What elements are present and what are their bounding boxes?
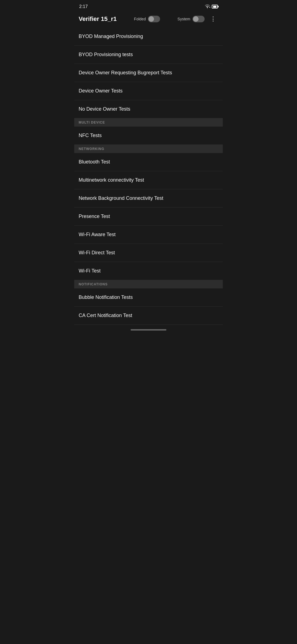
toolbar: Verifier 15_r1 Folded System ⋮ xyxy=(74,12,223,28)
list-item[interactable]: Wi-Fi Test xyxy=(74,262,223,280)
list-item[interactable]: Wi-Fi Aware Test xyxy=(74,226,223,244)
system-label: System xyxy=(177,17,190,21)
system-toggle[interactable] xyxy=(193,16,205,22)
list-item[interactable]: Presence Test xyxy=(74,208,223,226)
list-item[interactable]: Bubble Notification Tests xyxy=(74,288,223,307)
more-options-button[interactable]: ⋮ xyxy=(208,15,218,23)
list-item[interactable]: BYOD Managed Provisioning xyxy=(74,28,223,46)
list-item[interactable]: CA Cert Notification Test xyxy=(74,307,223,325)
test-list: BYOD Managed ProvisioningBYOD Provisioni… xyxy=(74,28,223,325)
toggle-group-system: System xyxy=(177,16,205,22)
list-item[interactable]: Wi-Fi Direct Test xyxy=(74,244,223,262)
svg-marker-0 xyxy=(209,7,210,8)
home-indicator xyxy=(131,329,166,331)
battery-icon xyxy=(212,5,218,9)
list-item[interactable]: Device Owner Tests xyxy=(74,82,223,100)
wifi-icon xyxy=(205,4,210,9)
list-item[interactable]: No Device Owner Tests xyxy=(74,100,223,118)
section-header-notifications: NOTIFICATIONS xyxy=(74,280,223,288)
list-item[interactable]: Multinetwork connectivity Test xyxy=(74,171,223,189)
section-header-networking: NETWORKING xyxy=(74,145,223,153)
folded-label: Folded xyxy=(134,17,146,21)
toggle-group-folded: Folded xyxy=(134,16,160,22)
list-item[interactable]: NFC Tests xyxy=(74,127,223,145)
list-item[interactable]: Network Background Connectivity Test xyxy=(74,189,223,208)
list-item[interactable]: BYOD Provisioning tests xyxy=(74,46,223,64)
status-time: 2:17 xyxy=(79,4,88,9)
section-header-multi-device: MULTI DEVICE xyxy=(74,118,223,127)
folded-toggle[interactable] xyxy=(148,16,160,22)
app-title: Verifier 15_r1 xyxy=(79,15,117,23)
list-item[interactable]: Bluetooth Test xyxy=(74,153,223,171)
status-bar: 2:17 xyxy=(74,0,223,12)
list-item[interactable]: Device Owner Requesting Bugreport Tests xyxy=(74,64,223,82)
status-icons xyxy=(205,4,218,9)
